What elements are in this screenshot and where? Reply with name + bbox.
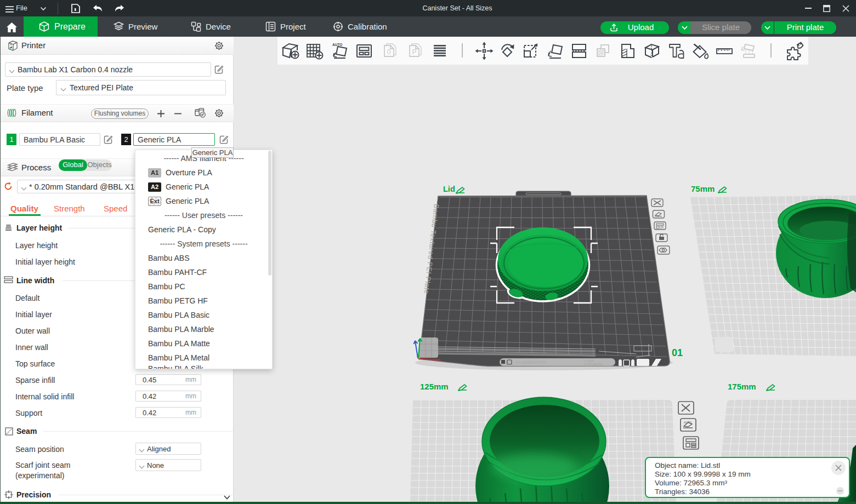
svg-text:0: 0: [387, 48, 391, 56]
svg-text:75mm: 75mm: [691, 184, 715, 193]
svg-text:SUPPORTED: SUPPORTED: [584, 363, 603, 366]
svg-text:PLA/ABS/PETG: PLA/ABS/PETG: [516, 360, 546, 365]
svg-text:AUTO: AUTO: [332, 43, 342, 47]
svg-text:P: P: [412, 48, 416, 56]
svg-text:01: 01: [672, 347, 683, 358]
svg-text:175mm: 175mm: [728, 382, 756, 391]
svg-text:AUTO: AUTO: [684, 421, 691, 424]
svg-text:Lid: Lid: [443, 185, 455, 193]
svg-text:125mm: 125mm: [420, 382, 449, 391]
